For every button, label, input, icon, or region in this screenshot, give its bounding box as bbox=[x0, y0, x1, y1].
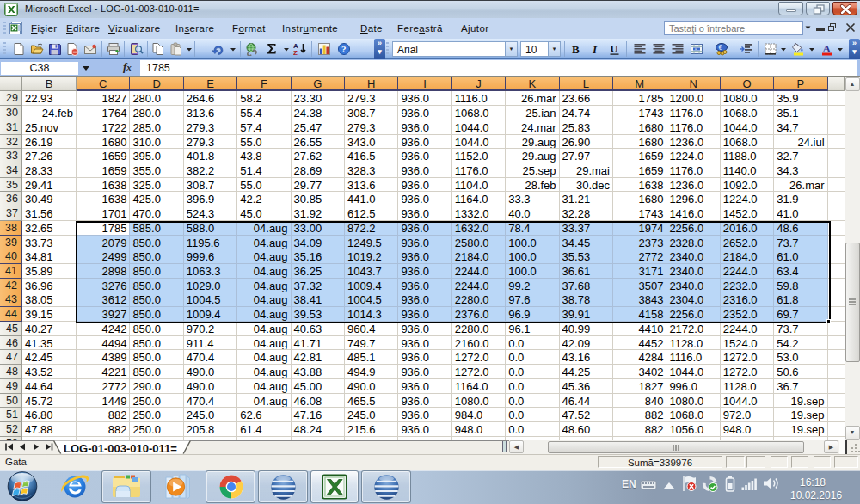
svg-text:U: U bbox=[611, 43, 618, 55]
svg-text:Z: Z bbox=[293, 49, 298, 56]
svg-text:?: ? bbox=[341, 44, 347, 54]
svg-text:I: I bbox=[592, 43, 598, 56]
svg-text:€: € bbox=[719, 44, 722, 52]
svg-text:B: B bbox=[572, 43, 580, 56]
svg-text:a: a bbox=[695, 47, 697, 51]
